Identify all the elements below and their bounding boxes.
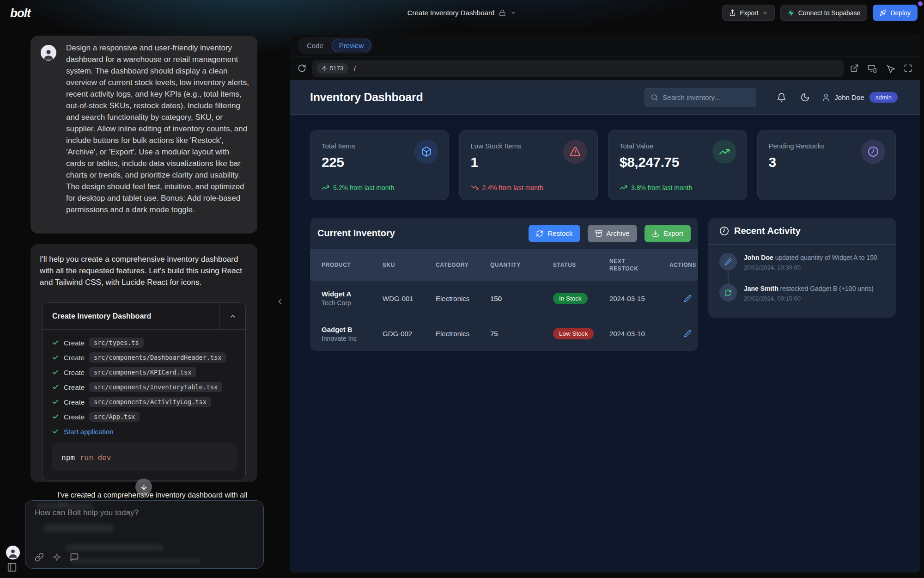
artifact-action-row: Create src/components/DashboardHeader.ts… [52, 350, 236, 365]
notifications-button[interactable] [777, 92, 786, 102]
product-name: Gadget B [322, 326, 383, 333]
file-chip[interactable]: src/types.ts [89, 338, 144, 348]
chat-input[interactable] [35, 508, 238, 517]
user-icon [821, 93, 831, 102]
edit-row-button[interactable] [684, 295, 692, 302]
activity-item: John Doe updated quantity of Widget A to… [719, 253, 885, 271]
notification-dot [918, 1, 923, 6]
inventory-search[interactable] [644, 88, 756, 107]
check-icon [52, 398, 59, 406]
view-tabs: Code Preview [290, 35, 920, 56]
account-avatar[interactable] [6, 546, 20, 560]
edit-row-button[interactable] [684, 330, 692, 338]
port-badge[interactable]: 5173 [316, 63, 348, 74]
chat-input-box[interactable] [25, 500, 264, 569]
activity-user: John Doe [744, 254, 773, 261]
check-icon [52, 354, 59, 361]
maximize-icon [904, 64, 912, 73]
collapse-chat-button[interactable] [275, 297, 285, 306]
reload-button[interactable] [298, 64, 306, 73]
column-header: STATUS [553, 262, 609, 268]
bolt-logo[interactable]: bolt [10, 6, 30, 20]
trending-up-icon [712, 140, 736, 164]
table-row[interactable]: Gadget B Innovate Inc GDG-002 Electronic… [310, 316, 698, 351]
file-chip[interactable]: src/components/InventoryTable.tsx [89, 382, 222, 392]
file-chip[interactable]: src/components/ActivityLog.tsx [89, 397, 211, 407]
file-chip[interactable]: src/components/KPICard.tsx [89, 367, 196, 377]
artifact-action-row: Create src/App.tsx [52, 409, 236, 424]
column-header: PRODUCT [322, 262, 383, 268]
person-silhouette-icon [8, 548, 18, 558]
artifact-card: Create Inventory Dashboard Create src/ty… [42, 302, 246, 480]
tab-group: Code Preview [298, 37, 373, 54]
url-path: / [354, 65, 356, 72]
download-icon [652, 230, 659, 237]
supabase-bolt-icon [787, 9, 795, 17]
user-message: Design a responsive and user-friendly in… [30, 36, 257, 234]
quantity-cell: 75 [490, 330, 553, 338]
pointer-off-icon [886, 64, 895, 73]
kpi-card-total-items: Total Items 225 5.2% from last month [310, 130, 449, 200]
activity-timestamp: 20/02/2024, 10:30:00 [744, 264, 877, 271]
connect-supabase-button[interactable]: Connect to Supabase [780, 5, 868, 21]
status-badge: Low Stock [553, 328, 594, 339]
sparkles-icon[interactable] [52, 553, 61, 562]
lock-icon [499, 9, 506, 16]
activity-line: Jane Smith restocked Gadget B (+100 unit… [744, 285, 874, 292]
blurred-content [71, 559, 201, 564]
project-title: Create Inventory Dashboard [407, 9, 494, 17]
table-row[interactable]: Widget A Tech Corp WDG-001 Electronics 1… [310, 281, 698, 316]
refresh-icon [298, 64, 306, 73]
check-icon [52, 339, 59, 346]
artifact-collapse-button[interactable] [219, 303, 245, 329]
alert-triangle-icon [563, 140, 587, 164]
clock-icon [719, 226, 729, 236]
connect-supabase-label: Connect to Supabase [798, 9, 861, 17]
restock-button[interactable]: Restock [529, 225, 580, 242]
preview-address-bar: 5173 / [290, 56, 920, 80]
topbar: bolt Create Inventory Dashboard Export C… [0, 0, 924, 25]
arrow-down-icon [140, 483, 148, 491]
fullscreen-button[interactable] [904, 64, 912, 73]
archive-button[interactable]: Archive [588, 225, 637, 242]
tab-code[interactable]: Code [299, 39, 331, 52]
search-icon [650, 93, 658, 101]
inspector-toggle-button[interactable] [886, 64, 895, 73]
start-application-row: Start application [52, 424, 236, 439]
quantity-cell: 150 [490, 295, 553, 302]
chat-bubble-icon[interactable] [70, 553, 79, 562]
kpi-trend-text: 5.2% from last month [333, 184, 394, 191]
user-menu[interactable]: John Doe [821, 93, 864, 102]
moon-icon [800, 92, 810, 102]
deploy-button[interactable]: Deploy [873, 5, 918, 21]
workbench-panel: Code Preview 5173 / [290, 35, 920, 572]
export-button[interactable]: Export [722, 5, 774, 21]
artifact-title: Create Inventory Dashboard [43, 312, 219, 320]
sidebar-toggle-button[interactable] [7, 562, 17, 572]
url-input[interactable]: 5173 / [312, 60, 844, 77]
user-message-text: Design a responsive and user-friendly in… [66, 42, 249, 215]
project-title-menu[interactable]: Create Inventory Dashboard [407, 9, 517, 17]
blurred-content [43, 524, 114, 532]
terminal-command: npm run dev [52, 443, 237, 471]
start-application-link[interactable]: Start application [64, 428, 114, 436]
link-icon[interactable] [35, 553, 44, 562]
status-cell: Low Stock [553, 328, 609, 339]
search-input[interactable] [663, 93, 750, 101]
open-external-button[interactable] [850, 64, 859, 73]
artifact-header: Create Inventory Dashboard [43, 303, 245, 330]
kpi-trend: 5.2% from last month [322, 184, 394, 191]
tab-preview[interactable]: Preview [332, 39, 371, 52]
dark-mode-toggle[interactable] [800, 92, 810, 102]
device-preview-button[interactable] [868, 64, 877, 73]
export-csv-button[interactable]: Export [644, 225, 691, 242]
kpi-card-total-value: Total Value $8,247.75 3.8% from last mon… [608, 130, 747, 200]
action-verb: Create [64, 383, 85, 391]
file-chip[interactable]: src/components/DashboardHeader.tsx [89, 352, 226, 363]
person-silhouette-icon [43, 48, 55, 60]
file-chip[interactable]: src/App.tsx [89, 412, 140, 422]
pencil-icon [719, 253, 737, 271]
product-cell: Gadget B Innovate Inc [322, 326, 383, 342]
export-label: Export [663, 229, 683, 237]
dashboard-header-right: John Doe admin [644, 88, 898, 107]
